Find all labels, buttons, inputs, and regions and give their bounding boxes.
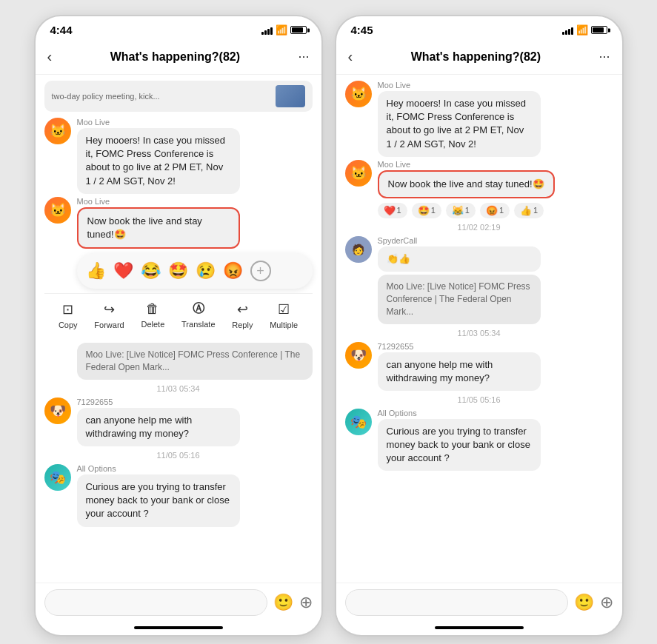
emoji-btn-right[interactable]: 🙂 [574, 593, 594, 612]
phones-container: 4:44 📶 ‹ What's happening?(82) ··· [19, 0, 638, 644]
reaction-thumbsup-emoji: 👍 [520, 205, 532, 216]
reaction-angry-emoji: 😡 [486, 205, 498, 216]
nav-bar-right: ‹ What's happening?(82) ··· [336, 39, 622, 75]
avatar-moo2-right: 🐱 [345, 160, 372, 187]
message-input-right[interactable] [345, 589, 568, 616]
add-reaction-btn[interactable]: + [250, 261, 271, 281]
reply-label: Reply [232, 321, 253, 329]
input-bar-right: 🙂 ⊕ [336, 583, 622, 622]
avatar-user1-right: 🐶 [345, 342, 372, 369]
forward-icon: ↪ [104, 301, 115, 318]
wifi-icon-left: 📶 [276, 24, 287, 36]
action-reply[interactable]: ↩ Reply [232, 301, 253, 329]
status-icons-right: 📶 [562, 24, 607, 36]
emoji-wow[interactable]: 🤩 [168, 261, 188, 281]
reaction-laugh-count: 1 [465, 206, 470, 215]
action-multiple[interactable]: ☑ Multiple [270, 301, 298, 329]
reaction-laugh-emoji: 😹 [452, 205, 464, 216]
timestamp-1103-left: 11/03 05:34 [44, 384, 313, 393]
translate-icon: Ⓐ [193, 301, 204, 317]
avatar-alloptions-left: 🎭 [44, 464, 71, 491]
highlighted-message-group: 🐱 Moo Live Now book the live and stay tu… [44, 197, 313, 289]
reaction-laugh[interactable]: 😹 1 [446, 203, 476, 218]
more-button-right[interactable]: ··· [593, 46, 610, 67]
message-row-user1-right: 🐶 71292655 can anyone help me with withd… [345, 342, 613, 391]
reaction-angry[interactable]: 😡 1 [480, 203, 510, 218]
banner-message: two-day policy meeting, kick... [44, 81, 313, 112]
bubble-user1-right: can anyone help me with withdrawing my m… [378, 352, 541, 391]
sender-moo1-right: Moo Live [378, 81, 541, 90]
emoji-angry[interactable]: 😡 [223, 261, 243, 281]
message-content-user1-right: 71292655 can anyone help me with withdra… [378, 342, 541, 391]
bubble-spyder-quote: Moo Live: [Live Notice] FOMC Press Confe… [378, 275, 541, 323]
signal-icon-left [261, 26, 273, 35]
message-content-moo1-right: Moo Live Hey mooers! In case you missed … [378, 81, 541, 157]
more-button-left[interactable]: ··· [292, 46, 309, 67]
translate-label: Translate [181, 320, 215, 329]
forward-label: Forward [94, 321, 124, 329]
message-row-spyder: 🧑 SpyderCall 👏👍 Moo Live: [Live Notice] … [345, 236, 613, 324]
sender-spyder: SpyderCall [378, 236, 541, 245]
message-content-alloptions-right: All Options Curious are you trying to tr… [378, 409, 541, 472]
bubble-alloptions-left: Curious are you trying to transfer money… [77, 474, 240, 527]
wifi-icon-right: 📶 [576, 24, 588, 36]
banner-text: two-day policy meeting, kick... [52, 92, 160, 101]
message-content-spyder: SpyderCall 👏👍 Moo Live: [Live Notice] FO… [378, 236, 541, 324]
add-btn-right[interactable]: ⊕ [600, 593, 613, 612]
reaction-wow[interactable]: 🤩 1 [412, 203, 441, 218]
message-row-moo1: 🐱 Moo Live Hey mooers! In case you misse… [44, 118, 313, 194]
phone-right: 4:45 📶 ‹ What's happening?(82) ··· [335, 15, 624, 637]
sender-moo1: Moo Live [77, 118, 240, 127]
action-forward[interactable]: ↪ Forward [94, 301, 124, 329]
emoji-btn-left[interactable]: 🙂 [273, 593, 293, 612]
sender-alloptions-left: All Options [77, 464, 240, 473]
reaction-heart-emoji: ❤️ [384, 205, 396, 216]
back-button-left[interactable]: ‹ [47, 45, 59, 68]
emoji-laugh[interactable]: 😂 [141, 261, 161, 281]
reaction-heart[interactable]: ❤️ 1 [378, 203, 407, 218]
action-translate[interactable]: Ⓐ Translate [181, 301, 215, 329]
avatar-moo1: 🐱 [44, 118, 71, 144]
emoji-heart[interactable]: ❤️ [113, 261, 133, 281]
sender-user1-left: 71292655 [77, 398, 240, 406]
quoted-link-left: Moo Live: [Live Notice] FOMC Press Confe… [77, 343, 313, 380]
message-input-left[interactable] [44, 589, 267, 616]
nav-title-right: What's happening?(82) [358, 50, 593, 64]
action-bar: ⊡ Copy ↪ Forward 🗑 Delete Ⓐ Translate ↩ [44, 293, 313, 337]
sender-user1-right: 71292655 [378, 342, 541, 351]
battery-icon-left [290, 26, 307, 34]
reaction-wow-emoji: 🤩 [418, 205, 430, 216]
chat-area-left[interactable]: two-day policy meeting, kick... 🐱 Moo Li… [36, 75, 321, 583]
nav-title-left: What's happening?(82) [58, 50, 292, 64]
reaction-thumbsup-count: 1 [533, 206, 538, 215]
message-content-moo1: Moo Live Hey mooers! In case you missed … [77, 118, 240, 194]
copy-icon: ⊡ [62, 301, 73, 318]
reaction-angry-count: 1 [499, 206, 504, 215]
bubble-moo1-right: Hey mooers! In case you missed it, FOMC … [378, 91, 541, 157]
emoji-reactions-right: ❤️ 1 🤩 1 😹 1 😡 1 [378, 203, 555, 218]
emoji-thumbsup[interactable]: 👍 [86, 261, 106, 281]
back-button-right[interactable]: ‹ [348, 45, 359, 68]
reply-icon: ↩ [237, 301, 248, 318]
reaction-thumbsup[interactable]: 👍 1 [514, 203, 544, 218]
emoji-cry[interactable]: 😢 [196, 261, 216, 281]
timestamp-1103-right: 11/03 05:34 [345, 329, 613, 338]
message-content-moo2: Moo Live Now book the live and stay tune… [77, 197, 240, 249]
action-delete[interactable]: 🗑 Delete [141, 301, 164, 329]
timestamp-1105-right: 11/05 05:16 [345, 395, 613, 404]
banner-image [276, 85, 305, 107]
chat-area-right[interactable]: 🐱 Moo Live Hey mooers! In case you misse… [336, 75, 622, 583]
home-indicator-right [435, 626, 524, 629]
copy-label: Copy [59, 321, 78, 329]
action-copy[interactable]: ⊡ Copy [59, 301, 78, 329]
avatar-user1-left: 🐶 [44, 398, 71, 424]
bubble-user1-left: can anyone help me with withdrawing my m… [77, 408, 240, 446]
message-content-user1-left: 71292655 can anyone help me with withdra… [77, 398, 240, 446]
battery-icon-right [591, 26, 607, 34]
add-btn-left[interactable]: ⊕ [299, 593, 313, 612]
nav-bar-left: ‹ What's happening?(82) ··· [36, 39, 321, 75]
status-bar-left: 4:44 📶 [36, 16, 321, 39]
avatar-moo1-right: 🐱 [345, 81, 372, 107]
sender-moo2-right: Moo Live [378, 160, 555, 169]
emoji-picker: 👍 ❤️ 😂 🤩 😢 😡 + [77, 253, 313, 289]
